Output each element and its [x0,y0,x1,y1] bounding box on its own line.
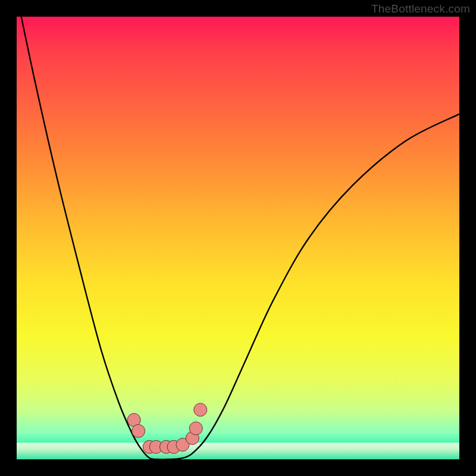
data-marker [132,424,145,437]
bottleneck-curve [17,17,459,459]
data-marker [194,403,207,416]
data-marker [189,422,202,435]
chart-plot-area [17,17,459,459]
watermark-label: TheBottleneck.com [371,2,470,15]
chart-frame: TheBottleneck.com [0,0,476,476]
chart-svg [17,17,459,459]
